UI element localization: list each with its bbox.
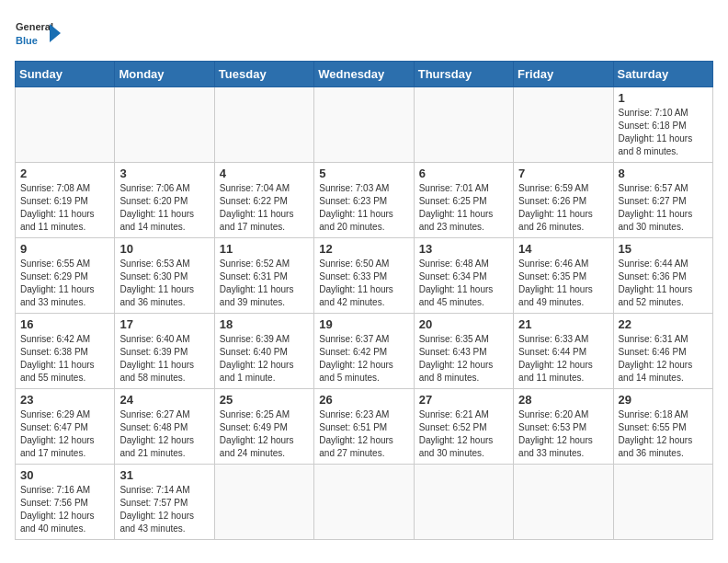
day-number: 19 [319, 317, 408, 331]
day-info: Sunrise: 6:59 AM Sunset: 6:26 PM Dayligh… [518, 182, 608, 234]
day-info: Sunrise: 6:44 AM Sunset: 6:36 PM Dayligh… [619, 258, 708, 309]
day-cell: 23Sunrise: 6:29 AM Sunset: 6:47 PM Dayli… [16, 389, 115, 465]
day-number: 18 [220, 317, 309, 331]
day-cell [16, 87, 115, 163]
week-row-4: 16Sunrise: 6:42 AM Sunset: 6:38 PM Dayli… [16, 314, 713, 389]
weekday-header-wednesday: Wednesday [314, 62, 414, 87]
svg-text:Blue: Blue [16, 35, 38, 46]
day-cell: 16Sunrise: 6:42 AM Sunset: 6:38 PM Dayli… [16, 314, 115, 389]
day-number: 23 [20, 393, 109, 407]
weekday-header-row: SundayMondayTuesdayWednesdayThursdayFrid… [16, 62, 713, 87]
day-number: 27 [419, 393, 508, 407]
day-cell: 26Sunrise: 6:23 AM Sunset: 6:51 PM Dayli… [314, 389, 414, 465]
day-number: 17 [119, 317, 209, 331]
day-info: Sunrise: 6:46 AM Sunset: 6:35 PM Dayligh… [518, 258, 608, 309]
day-cell: 8Sunrise: 6:57 AM Sunset: 6:27 PM Daylig… [613, 163, 712, 238]
day-info: Sunrise: 6:53 AM Sunset: 6:30 PM Dayligh… [119, 258, 209, 309]
day-number: 20 [419, 317, 508, 331]
day-cell: 1Sunrise: 7:10 AM Sunset: 6:18 PM Daylig… [613, 87, 712, 163]
day-cell: 19Sunrise: 6:37 AM Sunset: 6:42 PM Dayli… [314, 314, 414, 389]
day-info: Sunrise: 6:50 AM Sunset: 6:33 PM Dayligh… [319, 258, 408, 309]
day-number: 14 [518, 242, 608, 256]
weekday-header-friday: Friday [514, 62, 613, 87]
day-cell: 29Sunrise: 6:18 AM Sunset: 6:55 PM Dayli… [613, 389, 712, 465]
day-cell: 11Sunrise: 6:52 AM Sunset: 6:31 PM Dayli… [214, 238, 313, 314]
day-cell: 18Sunrise: 6:39 AM Sunset: 6:40 PM Dayli… [214, 314, 313, 389]
day-info: Sunrise: 6:31 AM Sunset: 6:46 PM Dayligh… [619, 333, 708, 385]
day-number: 1 [619, 91, 708, 105]
day-cell: 24Sunrise: 6:27 AM Sunset: 6:48 PM Dayli… [115, 389, 214, 465]
day-info: Sunrise: 7:06 AM Sunset: 6:20 PM Dayligh… [119, 182, 209, 234]
day-info: Sunrise: 7:10 AM Sunset: 6:18 PM Dayligh… [619, 107, 708, 158]
day-cell: 10Sunrise: 6:53 AM Sunset: 6:30 PM Dayli… [115, 238, 214, 314]
svg-text:General: General [16, 21, 53, 32]
day-cell: 25Sunrise: 6:25 AM Sunset: 6:49 PM Dayli… [214, 389, 313, 465]
day-number: 8 [619, 167, 708, 180]
day-number: 16 [20, 317, 109, 331]
day-number: 2 [20, 167, 109, 180]
day-number: 28 [518, 393, 608, 407]
day-cell: 4Sunrise: 7:04 AM Sunset: 6:22 PM Daylig… [214, 163, 313, 238]
week-row-2: 2Sunrise: 7:08 AM Sunset: 6:19 PM Daylig… [16, 163, 713, 238]
day-cell: 6Sunrise: 7:01 AM Sunset: 6:25 PM Daylig… [414, 163, 513, 238]
day-info: Sunrise: 6:20 AM Sunset: 6:53 PM Dayligh… [518, 408, 608, 460]
day-cell [314, 465, 414, 540]
day-info: Sunrise: 6:52 AM Sunset: 6:31 PM Dayligh… [220, 258, 309, 309]
logo: General Blue [15, 15, 61, 52]
day-cell: 14Sunrise: 6:46 AM Sunset: 6:35 PM Dayli… [514, 238, 613, 314]
weekday-header-thursday: Thursday [414, 62, 513, 87]
day-cell: 5Sunrise: 7:03 AM Sunset: 6:23 PM Daylig… [314, 163, 414, 238]
day-cell [414, 465, 513, 540]
day-cell: 15Sunrise: 6:44 AM Sunset: 6:36 PM Dayli… [613, 238, 712, 314]
day-cell: 31Sunrise: 7:14 AM Sunset: 7:57 PM Dayli… [115, 465, 214, 540]
week-row-1: 1Sunrise: 7:10 AM Sunset: 6:18 PM Daylig… [16, 87, 713, 163]
day-cell: 30Sunrise: 7:16 AM Sunset: 7:56 PM Dayli… [16, 465, 115, 540]
week-row-3: 9Sunrise: 6:55 AM Sunset: 6:29 PM Daylig… [16, 238, 713, 314]
day-info: Sunrise: 7:03 AM Sunset: 6:23 PM Dayligh… [319, 182, 408, 234]
day-info: Sunrise: 6:33 AM Sunset: 6:44 PM Dayligh… [518, 333, 608, 385]
day-info: Sunrise: 6:55 AM Sunset: 6:29 PM Dayligh… [20, 258, 109, 309]
weekday-header-monday: Monday [115, 62, 214, 87]
day-number: 29 [619, 393, 708, 407]
day-number: 7 [518, 167, 608, 180]
day-cell [314, 87, 414, 163]
day-info: Sunrise: 6:39 AM Sunset: 6:40 PM Dayligh… [220, 333, 309, 385]
day-cell: 13Sunrise: 6:48 AM Sunset: 6:34 PM Dayli… [414, 238, 513, 314]
header: General Blue [15, 15, 713, 52]
day-number: 5 [319, 167, 408, 180]
day-number: 25 [220, 393, 309, 407]
day-cell: 12Sunrise: 6:50 AM Sunset: 6:33 PM Dayli… [314, 238, 414, 314]
weekday-header-sunday: Sunday [16, 62, 115, 87]
day-number: 4 [220, 167, 309, 180]
svg-marker-3 [50, 24, 61, 42]
weekday-header-saturday: Saturday [613, 62, 712, 87]
day-cell: 27Sunrise: 6:21 AM Sunset: 6:52 PM Dayli… [414, 389, 513, 465]
day-cell [115, 87, 214, 163]
day-info: Sunrise: 7:04 AM Sunset: 6:22 PM Dayligh… [220, 182, 309, 234]
day-cell: 3Sunrise: 7:06 AM Sunset: 6:20 PM Daylig… [115, 163, 214, 238]
day-info: Sunrise: 6:27 AM Sunset: 6:48 PM Dayligh… [119, 408, 209, 460]
day-info: Sunrise: 7:08 AM Sunset: 6:19 PM Dayligh… [20, 182, 109, 234]
day-info: Sunrise: 7:14 AM Sunset: 7:57 PM Dayligh… [119, 484, 209, 535]
day-info: Sunrise: 6:29 AM Sunset: 6:47 PM Dayligh… [20, 408, 109, 460]
day-number: 11 [220, 242, 309, 256]
day-number: 3 [119, 167, 209, 180]
day-cell: 28Sunrise: 6:20 AM Sunset: 6:53 PM Dayli… [514, 389, 613, 465]
day-cell [214, 87, 313, 163]
day-info: Sunrise: 6:23 AM Sunset: 6:51 PM Dayligh… [319, 408, 408, 460]
day-number: 22 [619, 317, 708, 331]
day-info: Sunrise: 6:57 AM Sunset: 6:27 PM Dayligh… [619, 182, 708, 234]
day-number: 15 [619, 242, 708, 256]
svg-rect-0 [15, 15, 48, 52]
day-info: Sunrise: 7:16 AM Sunset: 7:56 PM Dayligh… [20, 484, 109, 535]
weekday-header-tuesday: Tuesday [214, 62, 313, 87]
day-number: 12 [319, 242, 408, 256]
day-info: Sunrise: 6:37 AM Sunset: 6:42 PM Dayligh… [319, 333, 408, 385]
week-row-5: 23Sunrise: 6:29 AM Sunset: 6:47 PM Dayli… [16, 389, 713, 465]
day-info: Sunrise: 6:40 AM Sunset: 6:39 PM Dayligh… [119, 333, 209, 385]
day-cell: 2Sunrise: 7:08 AM Sunset: 6:19 PM Daylig… [16, 163, 115, 238]
day-number: 24 [119, 393, 209, 407]
day-cell: 21Sunrise: 6:33 AM Sunset: 6:44 PM Dayli… [514, 314, 613, 389]
day-number: 31 [119, 468, 209, 482]
day-number: 6 [419, 167, 508, 180]
